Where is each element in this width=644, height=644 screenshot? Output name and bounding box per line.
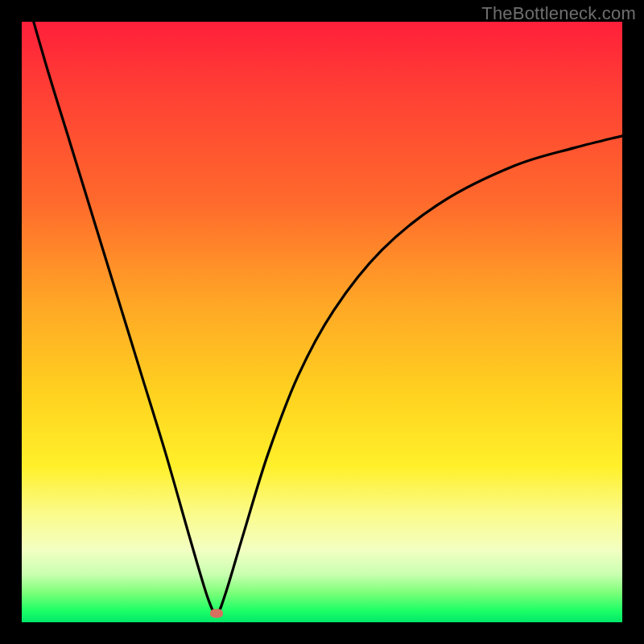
plot-area bbox=[22, 22, 622, 622]
bottleneck-curve bbox=[22, 22, 622, 622]
watermark-text: TheBottleneck.com bbox=[481, 3, 636, 24]
minimum-marker bbox=[210, 609, 223, 617]
chart-frame: TheBottleneck.com bbox=[0, 0, 644, 644]
